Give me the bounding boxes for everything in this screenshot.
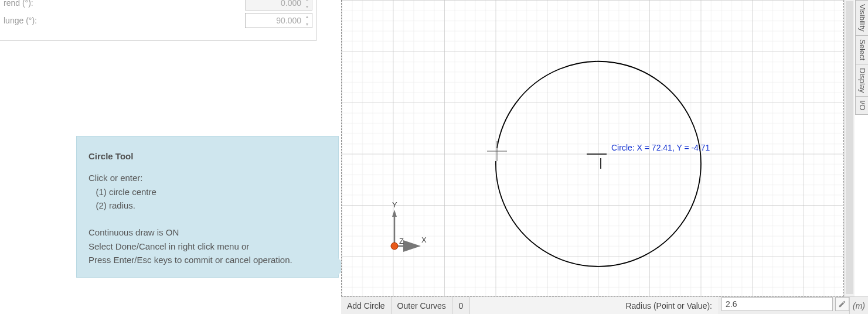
tab-display[interactable]: Display bbox=[855, 64, 868, 97]
radius-prompt: Radius (Point or Value): bbox=[470, 297, 718, 314]
scroll-thumb[interactable] bbox=[846, 1, 853, 294]
status-count: 0 bbox=[452, 297, 470, 314]
spinner-icon[interactable]: ▲▼ bbox=[304, 0, 311, 9]
spinner-icon[interactable]: ▲▼ bbox=[304, 15, 311, 26]
tab-select[interactable]: Select bbox=[855, 35, 868, 64]
trend-input[interactable]: 0.000 ▲▼ bbox=[245, 0, 312, 11]
tooltip-line: Continuous draw is ON bbox=[88, 226, 326, 239]
vertical-scrollbar[interactable] bbox=[844, 0, 855, 296]
tooltip-line: Click or enter: bbox=[88, 171, 326, 185]
drawing-canvas[interactable]: X Y Z Circle: X = 72.41, Y = -4.71 bbox=[341, 0, 844, 296]
edit-radius-button[interactable] bbox=[835, 297, 849, 311]
tooltip-title: Circle Tool bbox=[88, 149, 326, 163]
trend-value: 0.000 bbox=[281, 0, 301, 8]
radius-input[interactable]: 2.6 bbox=[721, 297, 833, 311]
status-layer[interactable]: Outer Curves bbox=[392, 297, 452, 314]
tab-visibility[interactable]: Visibility bbox=[855, 0, 868, 36]
status-mode[interactable]: Add Circle bbox=[341, 297, 392, 314]
tab-io[interactable]: I/O bbox=[855, 96, 868, 114]
plunge-label: lunge (°): bbox=[4, 16, 245, 25]
tooltip-line: Press Enter/Esc keys to commit or cancel… bbox=[88, 253, 326, 267]
canvas-svg: X Y Z bbox=[342, 0, 845, 296]
unit-label: (m) bbox=[849, 297, 868, 314]
properties-panel: rend (°): 0.000 ▲▼ lunge (°): 90.000 ▲▼ bbox=[0, 0, 316, 41]
tooltip-line: (1) circle centre bbox=[88, 185, 326, 199]
cursor-coordinates-label: Circle: X = 72.41, Y = -4.71 bbox=[611, 143, 710, 152]
svg-rect-1 bbox=[342, 0, 845, 296]
svg-point-8 bbox=[391, 243, 398, 250]
radius-label: Radius (Point or Value): bbox=[625, 301, 712, 310]
pencil-icon bbox=[838, 300, 846, 308]
tooltip-line: (2) radius. bbox=[88, 199, 326, 212]
status-bar: Add Circle Outer Curves 0 Radius (Point … bbox=[341, 296, 868, 314]
plunge-value: 90.000 bbox=[276, 16, 301, 25]
trend-label: rend (°): bbox=[4, 0, 245, 8]
plunge-input[interactable]: 90.000 ▲▼ bbox=[245, 13, 312, 28]
tool-hint-popup: Circle Tool Click or enter: (1) circle c… bbox=[76, 136, 339, 278]
axis-y-label: Y bbox=[392, 200, 397, 209]
tooltip-line: Select Done/Cancel in right click menu o… bbox=[88, 240, 326, 253]
axis-z-label: Z bbox=[399, 237, 404, 245]
axis-x-label: X bbox=[421, 236, 427, 244]
radius-value: 2.6 bbox=[726, 299, 737, 309]
side-tabs: Visibility Select Display I/O bbox=[855, 0, 868, 114]
plunge-row: lunge (°): 90.000 ▲▼ bbox=[4, 12, 312, 29]
trend-row: rend (°): 0.000 ▲▼ bbox=[4, 0, 312, 12]
